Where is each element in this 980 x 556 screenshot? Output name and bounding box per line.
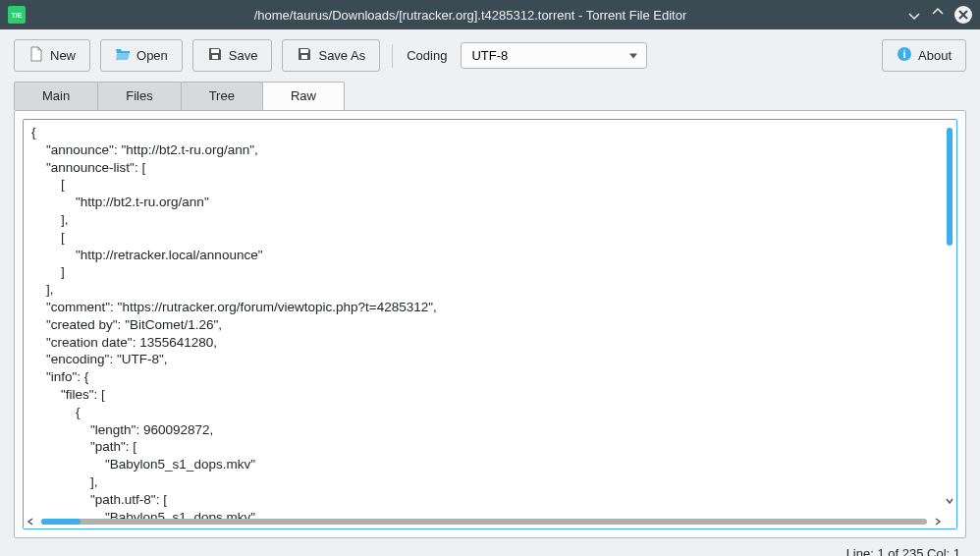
- save-as-icon: [297, 46, 312, 65]
- save-button[interactable]: Save: [192, 39, 273, 72]
- toolbar-separator: [392, 44, 393, 68]
- tab-files[interactable]: Files: [97, 82, 181, 110]
- tab-label: Raw: [291, 88, 316, 103]
- app-icon: [8, 6, 26, 24]
- vertical-scrollbar-thumb[interactable]: [947, 128, 953, 246]
- horizontal-scrollbar-thumb[interactable]: [41, 519, 81, 525]
- folder-open-icon: [115, 46, 131, 65]
- tab-label: Main: [42, 88, 70, 103]
- svg-rect-1: [212, 55, 218, 59]
- window-title: /home/taurus/Downloads/[rutracker.org].t…: [33, 8, 907, 23]
- raw-editor[interactable]: { "announce": "http://bt2.t-ru.org/ann",…: [23, 119, 957, 529]
- editor-content[interactable]: { "announce": "http://bt2.t-ru.org/ann",…: [24, 120, 956, 528]
- save-icon: [207, 46, 223, 65]
- svg-text:i: i: [902, 48, 905, 60]
- about-button[interactable]: i About: [882, 39, 966, 72]
- about-label: About: [918, 48, 952, 63]
- maximize-icon[interactable]: [931, 7, 945, 24]
- coding-select[interactable]: UTF-8: [461, 42, 647, 69]
- content-area: { "announce": "http://bt2.t-ru.org/ann",…: [14, 110, 966, 538]
- tab-main[interactable]: Main: [14, 82, 98, 110]
- vertical-scrollbar[interactable]: [943, 122, 956, 509]
- new-label: New: [50, 48, 76, 63]
- svg-rect-0: [211, 49, 219, 53]
- horizontal-scrollbar-track[interactable]: [41, 519, 927, 525]
- toolbar: New Open Save Save As Coding UTF-8 i Abo…: [0, 29, 980, 82]
- chevron-right-icon[interactable]: [933, 515, 943, 529]
- cursor-position: Line: 1 of 235 Col: 1: [846, 546, 960, 556]
- info-icon: i: [897, 46, 912, 65]
- open-button[interactable]: Open: [100, 39, 183, 72]
- chevron-left-icon[interactable]: [26, 515, 35, 529]
- new-button[interactable]: New: [14, 39, 90, 72]
- svg-rect-2: [300, 49, 308, 53]
- horizontal-scrollbar[interactable]: [26, 515, 943, 528]
- tab-tree[interactable]: Tree: [181, 82, 263, 110]
- save-label: Save: [229, 48, 258, 63]
- coding-label: Coding: [407, 48, 447, 63]
- chevron-down-icon[interactable]: [945, 494, 954, 509]
- coding-value: UTF-8: [471, 48, 508, 63]
- save-as-label: Save As: [318, 48, 365, 63]
- close-icon[interactable]: [954, 6, 972, 24]
- minimize-icon[interactable]: [907, 7, 921, 24]
- svg-rect-3: [301, 55, 307, 59]
- tab-bar: Main Files Tree Raw: [0, 82, 980, 110]
- save-as-button[interactable]: Save As: [282, 39, 380, 72]
- open-label: Open: [136, 48, 168, 63]
- tab-label: Tree: [209, 88, 235, 103]
- status-bar: Line: 1 of 235 Col: 1: [0, 544, 980, 556]
- tab-raw[interactable]: Raw: [262, 82, 345, 110]
- tab-label: Files: [126, 88, 152, 103]
- file-icon: [28, 46, 44, 65]
- titlebar: /home/taurus/Downloads/[rutracker.org].t…: [0, 0, 980, 29]
